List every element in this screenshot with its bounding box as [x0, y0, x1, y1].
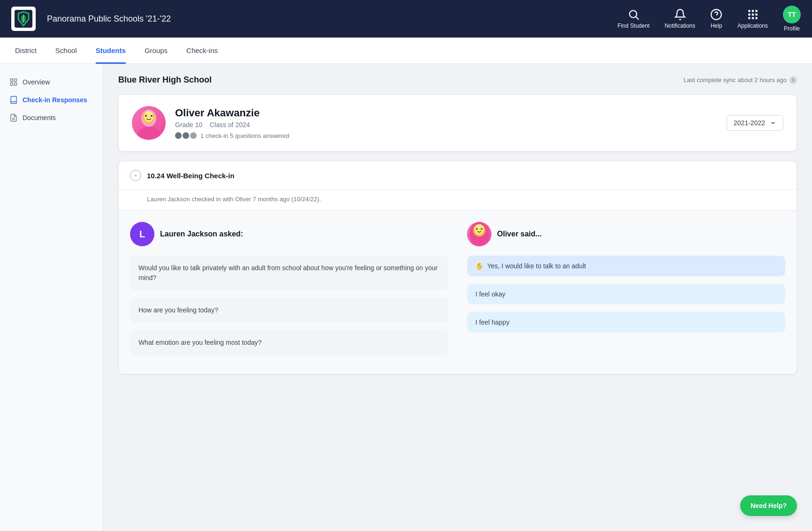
student-card: Oliver Akawanzie Grade 10 Class of 2024 …	[118, 94, 797, 152]
asker-name: Lauren Jackson asked:	[160, 230, 243, 238]
search-icon	[628, 8, 640, 21]
svg-rect-12	[751, 17, 753, 19]
school-name: Blue River High School	[118, 75, 212, 85]
help-nav[interactable]: Help	[710, 8, 722, 29]
book-icon	[9, 96, 18, 104]
svg-point-1	[629, 10, 636, 17]
student-response-avatar	[467, 222, 491, 246]
answer-3: I feel happy	[467, 312, 785, 333]
sidebar-item-checkin-responses[interactable]: Check-in Responses	[0, 91, 103, 109]
help-icon	[710, 8, 722, 21]
svg-point-21	[138, 127, 160, 140]
svg-point-25	[151, 115, 153, 117]
sidebar-checkin-label: Check-in Responses	[23, 96, 87, 104]
tab-checkins[interactable]: Check-ins	[186, 38, 218, 64]
year-dropdown[interactable]: 2021-2022	[727, 115, 783, 131]
tab-district[interactable]: District	[15, 38, 37, 64]
answer-2: I feel okay	[467, 284, 785, 304]
sync-text: Last complete sync about 2 hours ago	[683, 76, 787, 83]
checkin-circle-2	[183, 132, 189, 139]
profile-avatar: TT	[783, 6, 801, 23]
svg-rect-16	[10, 83, 13, 85]
applications-nav[interactable]: Applications	[737, 8, 768, 29]
sidebar-item-documents[interactable]: Documents	[0, 109, 103, 127]
need-help-button[interactable]: Need Help?	[740, 495, 797, 516]
info-icon: i	[789, 76, 797, 84]
svg-rect-8	[748, 14, 750, 15]
answer-1: ✋ Yes, I would like to talk to an adult	[467, 256, 785, 276]
answer-2-text: I feel okay	[475, 290, 506, 298]
sync-info: Last complete sync about 2 hours ago i	[683, 76, 797, 84]
checkin-circle-3	[190, 132, 197, 139]
profile-label: Profile	[784, 25, 800, 32]
svg-rect-5	[748, 10, 750, 12]
svg-rect-15	[15, 79, 17, 81]
checkin-circles-icon	[175, 132, 197, 139]
grid-icon	[9, 78, 18, 86]
sidebar-overview-label: Overview	[23, 78, 50, 86]
svg-rect-10	[755, 14, 757, 15]
oliver-avatar-image	[469, 222, 490, 246]
student-checkin-summary: 1 check-in 5 questions answered	[175, 132, 717, 139]
svg-rect-14	[10, 79, 13, 81]
svg-line-2	[636, 17, 639, 20]
content-header: Blue River High School Last complete syn…	[118, 75, 797, 85]
student-response-name: Oliver said...	[497, 230, 542, 238]
profile-nav[interactable]: TT Profile	[783, 6, 801, 32]
bell-icon	[674, 8, 686, 21]
collapse-label: -	[134, 171, 137, 180]
logo-area[interactable]: Panorama Public Schools '21-'22	[11, 7, 171, 31]
sidebar-item-overview[interactable]: Overview	[0, 73, 103, 91]
student-name: Oliver Akawanzie	[175, 107, 717, 119]
asker-header: L Lauren Jackson asked:	[130, 222, 448, 246]
tab-school[interactable]: School	[55, 38, 77, 64]
answer-3-text: I feel happy	[475, 319, 509, 326]
student-avatar	[132, 106, 166, 140]
checkin-section: - 10.24 Well-Being Check-in Lauren Jacks…	[118, 161, 797, 374]
conversation-columns: L Lauren Jackson asked: Would you like t…	[130, 222, 785, 363]
nav-icons: Find Student Notifications Help	[618, 6, 801, 32]
checkin-title: 10.24 Well-Being Check-in	[147, 172, 234, 180]
conversation-area: L Lauren Jackson asked: Would you like t…	[119, 211, 797, 374]
profile-initials: TT	[788, 11, 796, 18]
org-name: Panorama Public Schools '21-'22	[47, 14, 171, 24]
question-3: What emotion are you feeling most today?	[130, 330, 448, 355]
tab-students[interactable]: Students	[96, 38, 126, 64]
asker-column: L Lauren Jackson asked: Would you like t…	[130, 222, 448, 363]
svg-rect-7	[755, 10, 757, 12]
answer-1-emoji: ✋	[475, 262, 483, 270]
find-student-label: Find Student	[618, 23, 650, 29]
student-grade: Grade 10	[175, 121, 202, 129]
checkin-description: Lauren Jackson checked in with Oliver 7 …	[119, 190, 797, 211]
svg-point-29	[476, 228, 478, 230]
student-meta: Grade 10 Class of 2024	[175, 121, 717, 129]
student-class-year: Class of 2024	[210, 121, 250, 129]
top-navigation: Panorama Public Schools '21-'22 Find Stu…	[0, 0, 812, 38]
question-2: How are you feeling today?	[130, 298, 448, 323]
collapse-button[interactable]: -	[130, 170, 141, 181]
chevron-down-icon	[770, 120, 776, 126]
svg-rect-6	[751, 10, 753, 12]
checkin-summary-text: 1 check-in 5 questions answered	[200, 132, 289, 139]
tab-groups[interactable]: Groups	[145, 38, 168, 64]
student-avatar-image	[135, 106, 163, 140]
student-info: Oliver Akawanzie Grade 10 Class of 2024 …	[175, 107, 717, 139]
svg-point-24	[145, 115, 147, 117]
main-layout: Overview Check-in Responses Documents Bl…	[0, 64, 812, 531]
asker-avatar: L	[130, 222, 154, 246]
document-icon	[9, 114, 18, 122]
find-student-nav[interactable]: Find Student	[618, 8, 650, 29]
sidebar-documents-label: Documents	[23, 114, 56, 121]
student-column: Oliver said... ✋ Yes, I would like to ta…	[467, 222, 785, 363]
help-label: Help	[711, 23, 722, 29]
notifications-nav[interactable]: Notifications	[665, 8, 695, 29]
notifications-label: Notifications	[665, 23, 695, 29]
year-dropdown-value: 2021-2022	[734, 119, 765, 127]
content-area: Blue River High School Last complete syn…	[103, 64, 812, 531]
checkin-header: - 10.24 Well-Being Check-in	[119, 161, 797, 190]
sidebar: Overview Check-in Responses Documents	[0, 64, 103, 531]
applications-label: Applications	[737, 23, 768, 29]
svg-rect-13	[755, 17, 757, 19]
student-header: Oliver said...	[467, 222, 785, 246]
svg-point-28	[475, 224, 484, 235]
